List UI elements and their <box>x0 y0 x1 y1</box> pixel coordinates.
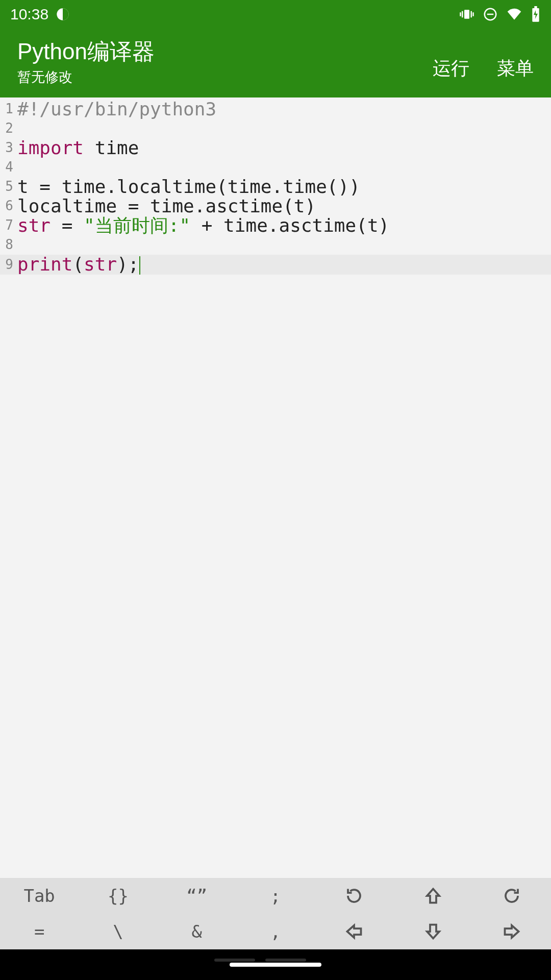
key-redo[interactable] <box>472 878 551 914</box>
code-content[interactable]: localtime = time.asctime(t) <box>15 197 316 216</box>
code-content[interactable]: str = "当前时间:" + time.asctime(t) <box>15 216 389 235</box>
app-title: Python编译器 <box>17 37 155 67</box>
symbol-toolbar: Tab {} “” ; = \ & , <box>0 878 551 949</box>
code-line[interactable]: 7str = "当前时间:" + time.asctime(t) <box>0 216 551 235</box>
key-arrow-up-outline[interactable] <box>393 878 472 914</box>
token-plain: localtime = time.asctime(t) <box>17 195 316 216</box>
token-builtin: str <box>17 215 51 236</box>
code-line[interactable]: 8 <box>0 235 551 255</box>
redo-icon <box>503 887 521 905</box>
svg-rect-5 <box>534 6 537 8</box>
code-content[interactable]: print(str); <box>15 255 140 275</box>
app-indicator-icon <box>56 7 70 21</box>
code-editor[interactable]: 1#!/usr/bin/python323import time45t = ti… <box>0 97 551 669</box>
code-content[interactable]: t = time.localtime(time.time()) <box>15 177 360 197</box>
line-number: 8 <box>0 238 15 252</box>
nav-hint-right <box>265 959 306 962</box>
token-string: "当前时间:" <box>84 215 190 236</box>
key-arrow-down[interactable] <box>393 914 472 949</box>
status-right <box>459 6 541 22</box>
key-ampersand[interactable]: & <box>158 914 236 949</box>
token-plain: = <box>51 215 84 236</box>
token-plain: t = time.localtime(time.time()) <box>17 176 360 197</box>
token-plain: ); <box>117 254 139 275</box>
key-tab[interactable]: Tab <box>0 878 79 914</box>
clock: 10:38 <box>10 6 48 23</box>
code-line[interactable]: 3import time <box>0 138 551 158</box>
status-left: 10:38 <box>10 6 70 23</box>
app-header: Python编译器 暂无修改 运行 菜单 <box>0 29 551 97</box>
code-content[interactable]: #!/usr/bin/python3 <box>15 100 216 119</box>
code-content[interactable]: import time <box>15 138 139 158</box>
token-plain: ( <box>72 254 84 275</box>
arrow-right-icon <box>503 922 521 941</box>
arrow-down-icon <box>424 922 442 941</box>
key-arrow-left[interactable] <box>315 914 393 949</box>
line-number: 6 <box>0 199 15 213</box>
line-number: 2 <box>0 121 15 135</box>
code-line[interactable]: 4 <box>0 158 551 177</box>
wifi-icon <box>506 6 522 22</box>
line-number: 5 <box>0 180 15 193</box>
token-plain: time <box>84 137 139 158</box>
code-line[interactable]: 6localtime = time.asctime(t) <box>0 197 551 216</box>
token-keyword: import <box>17 137 84 158</box>
nav-hint-left <box>214 959 255 962</box>
text-cursor <box>139 256 140 275</box>
key-backslash[interactable]: \ <box>79 914 157 949</box>
code-line[interactable]: 9print(str); <box>0 255 551 275</box>
home-indicator[interactable] <box>230 963 321 967</box>
line-number: 1 <box>0 102 15 116</box>
line-number: 7 <box>0 218 15 232</box>
key-comma[interactable]: , <box>236 914 315 949</box>
code-line[interactable]: 5t = time.localtime(time.time()) <box>0 177 551 197</box>
line-number: 9 <box>0 258 15 272</box>
app-subtitle: 暂无修改 <box>17 68 155 86</box>
key-equals[interactable]: = <box>0 914 79 949</box>
header-actions: 运行 菜单 <box>433 42 534 81</box>
code-line[interactable]: 2 <box>0 119 551 138</box>
battery-icon <box>531 6 541 22</box>
status-bar: 10:38 <box>0 0 551 29</box>
system-nav-bar <box>0 949 551 980</box>
key-arrow-right[interactable] <box>472 914 551 949</box>
key-semicolon[interactable]: ; <box>236 878 315 914</box>
code-line[interactable]: 1#!/usr/bin/python3 <box>0 100 551 119</box>
dnd-icon <box>483 7 498 22</box>
run-button[interactable]: 运行 <box>433 56 469 81</box>
arrow-up-outline-icon <box>424 887 442 905</box>
header-title-block: Python编译器 暂无修改 <box>17 37 155 86</box>
line-number: 4 <box>0 160 15 174</box>
menu-button[interactable]: 菜单 <box>497 56 534 81</box>
token-builtin: str <box>84 254 117 275</box>
arrow-left-icon <box>345 922 363 941</box>
key-braces[interactable]: {} <box>79 878 157 914</box>
key-undo[interactable] <box>315 878 393 914</box>
svg-rect-1 <box>464 10 469 19</box>
vibrate-icon <box>459 7 474 22</box>
token-comment: #!/usr/bin/python3 <box>17 99 216 119</box>
token-builtin: print <box>17 254 72 275</box>
undo-icon <box>345 887 363 905</box>
line-number: 3 <box>0 141 15 155</box>
key-quotes[interactable]: “” <box>158 878 236 914</box>
token-plain: + time.asctime(t) <box>190 215 389 236</box>
